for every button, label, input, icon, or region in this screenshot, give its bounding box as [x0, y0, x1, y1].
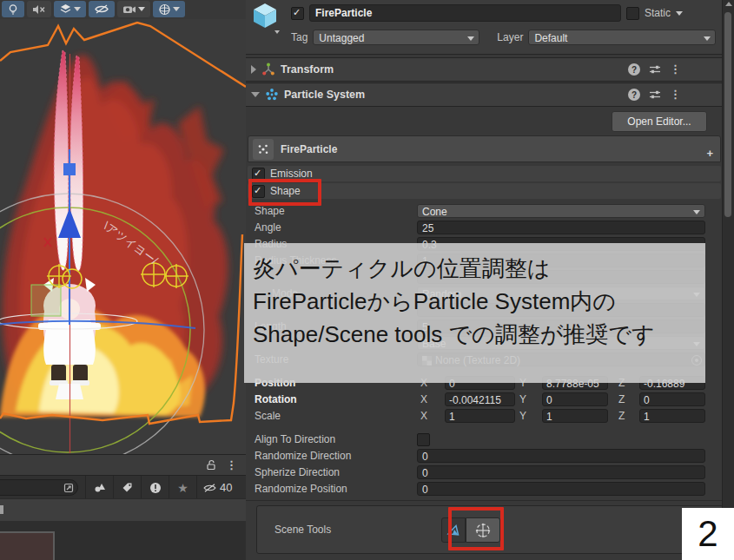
open-editor-button[interactable]: Open Editor... [612, 111, 707, 132]
y-axis-label: Y [519, 410, 526, 422]
transform-title: Transform [281, 63, 623, 76]
chevron-down-icon [693, 210, 700, 214]
tag-icon [122, 482, 133, 493]
tag-dropdown[interactable]: Untagged [313, 30, 479, 45]
presets-icon[interactable] [649, 63, 661, 76]
scene-lighting-button[interactable] [2, 1, 24, 17]
scroll-up-icon[interactable] [725, 2, 732, 6]
static-dropdown-icon[interactable] [676, 11, 683, 16]
gameobject-name-field[interactable]: FireParticle [309, 4, 621, 22]
annotation-overlay: 炎パーティクルの位置調整は FireParticleからParticle Sys… [244, 243, 705, 383]
maximize-icon[interactable] [63, 483, 74, 493]
particle-system-component-header[interactable]: Particle System ? ⋮ [246, 82, 723, 107]
chevron-down-icon [74, 7, 81, 11]
randomize-direction-field[interactable]: 0 [417, 449, 705, 463]
note-line-1: 炎パーティクルの位置調整は [253, 252, 705, 285]
shape-type-dropdown[interactable]: Cone [417, 204, 705, 218]
particle-module-header[interactable]: FireParticle + [248, 135, 721, 162]
emission-label: Emission [270, 168, 313, 180]
scrollbar-thumb[interactable] [724, 12, 731, 217]
chevron-down-icon [138, 7, 145, 11]
star-icon: ★ [177, 481, 188, 495]
static-label: Static [645, 7, 671, 19]
z-axis-label: Z [618, 410, 625, 422]
camera-icon [122, 4, 136, 15]
inspector-scrollbar[interactable] [722, 0, 734, 560]
scene-audio-mute-button[interactable] [27, 1, 51, 17]
scene-hidden-objects-button[interactable] [89, 1, 115, 17]
x-axis-label: X [420, 393, 427, 405]
scene-tools-label: Scene Tools [274, 524, 331, 536]
angle-label: Angle [255, 221, 281, 234]
scale-x-field[interactable]: 1 [445, 409, 515, 423]
gameobject-icon-area[interactable] [251, 2, 281, 31]
lock-open-icon[interactable] [206, 459, 217, 471]
gizmo-sphere-icon [158, 3, 171, 16]
effects-layers-icon [59, 3, 72, 15]
randomize-position-field[interactable]: 0 [417, 482, 705, 496]
panel-strip [0, 498, 246, 522]
scene-effects-button[interactable] [54, 1, 86, 17]
shape-type-label: Shape [255, 205, 285, 217]
particle-system-icon [265, 88, 279, 102]
kebab-menu-icon[interactable]: ⋮ [226, 461, 237, 470]
spherize-direction-label: Spherize Direction [255, 466, 340, 478]
lightbulb-icon [7, 3, 19, 16]
divider [246, 500, 723, 501]
shape-type-value: Cone [422, 206, 447, 218]
layer-dropdown[interactable]: Default [528, 30, 716, 45]
note-line-2: FireParticleからParticle System内の [253, 285, 705, 318]
gameobject-active-checkbox[interactable] [291, 7, 304, 20]
help-icon[interactable]: ? [628, 89, 640, 101]
foldout-arrow-icon[interactable] [251, 65, 256, 74]
hidden-objects-toggle[interactable]: 40 [196, 476, 237, 499]
hidden-count-value: 40 [220, 481, 232, 494]
spherize-direction-row: Spherize Direction 0 [246, 464, 723, 481]
eye-slash-icon [94, 3, 109, 15]
scene-viewport[interactable]: \アツイヨー/ [0, 19, 246, 454]
scene-gizmos-button[interactable] [153, 1, 185, 17]
kebab-menu-icon[interactable]: ⋮ [670, 65, 681, 74]
kebab-menu-icon[interactable]: ⋮ [670, 90, 681, 99]
chevron-down-icon [173, 7, 180, 11]
highlight-box-scene-tools [448, 507, 504, 550]
scale-y-field[interactable]: 1 [542, 409, 608, 423]
filter-by-type-button[interactable] [85, 476, 113, 499]
presets-icon[interactable] [649, 89, 661, 101]
search-input[interactable] [0, 479, 78, 496]
console-alert-button[interactable] [141, 476, 169, 499]
spherize-direction-field[interactable]: 0 [417, 465, 705, 479]
angle-field[interactable]: 25 [417, 221, 705, 234]
tag-label: Tag [291, 31, 307, 43]
layer-label: Layer [497, 31, 523, 43]
page-number: 2 [698, 513, 717, 555]
chevron-down-icon [274, 30, 280, 34]
unity-editor-window: \アツイヨー/ ⋮ ★ [0, 0, 734, 560]
align-to-direction-checkbox[interactable] [417, 433, 430, 446]
filter-by-label-button[interactable] [113, 476, 141, 499]
scale-label: Scale [255, 410, 281, 422]
foldout-arrow-icon[interactable] [251, 92, 260, 97]
favorites-button[interactable]: ★ [169, 476, 196, 499]
rotation-y-field[interactable]: 0 [542, 392, 608, 406]
angle-row: Angle 25 [246, 220, 723, 236]
eye-slash-icon [202, 483, 217, 493]
scene-camera-button[interactable] [117, 1, 150, 17]
scale-z-field[interactable]: 1 [639, 409, 705, 423]
project-panel-fragment [0, 521, 246, 560]
note-line-3: Shape/Scene tools での調整が推奨です [253, 318, 705, 351]
selection-rect-gizmo [31, 285, 61, 316]
particle-system-title: Particle System [284, 89, 623, 101]
rotation-row: Rotation X -0.0042115 Y 0 Z 0 [246, 392, 723, 408]
add-module-icon[interactable]: + [706, 147, 713, 160]
help-icon[interactable]: ? [628, 63, 640, 76]
randomize-direction-row: Randomize Direction 0 [246, 448, 723, 464]
static-checkbox[interactable] [626, 7, 639, 20]
transform-component-header[interactable]: Transform ? ⋮ [246, 57, 723, 82]
align-to-direction-label: Align To Direction [255, 433, 335, 445]
asset-preview-thumbnail[interactable] [0, 531, 55, 560]
rotation-z-field[interactable]: 0 [639, 392, 705, 406]
rotation-x-field[interactable]: -0.0042115 [445, 392, 515, 406]
hierarchy-filter-bar: ★ 40 [0, 475, 246, 499]
audio-muted-icon [32, 4, 46, 15]
